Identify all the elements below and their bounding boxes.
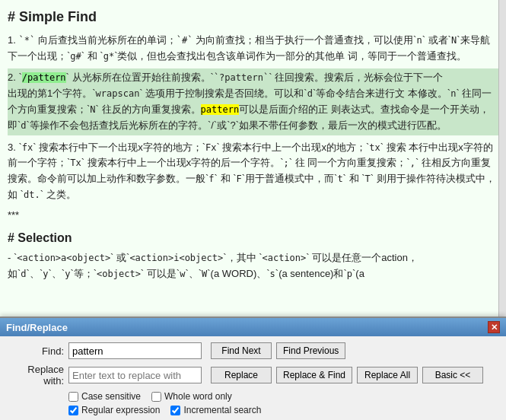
- replace-buttons: Replace Replace & Find Replace All Basic…: [211, 367, 483, 383]
- heading2: # Selection: [8, 228, 498, 248]
- find-replace-dialog: Find/Replace ✕ Find: Find Next Find Prev…: [0, 317, 506, 420]
- find-previous-button[interactable]: Find Previous: [276, 342, 345, 359]
- replace-row: Replace with: Replace Replace & Find Rep…: [8, 364, 498, 387]
- paragraph1: 1. `*` 向后查找当前光标所在的单词；`#` 为向前查找；相当于执行一个普通…: [8, 33, 498, 65]
- separator: ***: [8, 208, 498, 224]
- incremental-option[interactable]: Incremental search: [170, 405, 261, 415]
- replace-btn-row1: Replace Replace & Find Replace All Basic…: [211, 367, 483, 383]
- find-btn-row1: Find Next Find Previous: [211, 342, 345, 359]
- regex-option[interactable]: Regular expression: [68, 405, 160, 415]
- dialog-titlebar: Find/Replace ✕: [0, 318, 506, 336]
- whole-word-checkbox[interactable]: [151, 392, 161, 402]
- paragraph4: - `<action>a<object>` 或`<action>i<object…: [8, 250, 498, 282]
- basic-button[interactable]: Basic <<: [422, 367, 483, 383]
- regex-label: Regular expression: [81, 405, 160, 415]
- heading1: # Simple Find: [8, 6, 498, 28]
- replace-button[interactable]: Replace: [211, 367, 272, 383]
- scrollbar[interactable]: [498, 0, 506, 320]
- case-sensitive-checkbox[interactable]: [68, 392, 78, 402]
- options-row2: Regular expression Incremental search: [68, 405, 498, 415]
- find-buttons: Find Next Find Previous: [211, 342, 345, 359]
- case-sensitive-label: Case sensitive: [81, 391, 141, 402]
- replace-all-button[interactable]: Replace All: [357, 367, 418, 383]
- dialog-title: Find/Replace: [6, 322, 68, 333]
- paragraph2: 2. `/pattern` 从光标所在位置开始往前搜索。``?pattern``…: [8, 68, 498, 135]
- case-sensitive-option[interactable]: Case sensitive: [68, 391, 141, 402]
- incremental-label: Incremental search: [183, 405, 261, 415]
- replace-label: Replace with:: [8, 364, 68, 387]
- find-label: Find:: [8, 345, 68, 357]
- options-row: Case sensitive Whole word only: [68, 391, 498, 402]
- replace-input[interactable]: [68, 367, 202, 383]
- whole-word-option[interactable]: Whole word only: [151, 391, 232, 402]
- find-row: Find: Find Next Find Previous: [8, 342, 498, 359]
- dialog-body: Find: Find Next Find Previous Replace wi…: [0, 336, 506, 420]
- whole-word-label: Whole word only: [164, 391, 232, 402]
- find-input[interactable]: [68, 342, 202, 359]
- replace-find-button[interactable]: Replace & Find: [276, 367, 352, 383]
- dialog-close-button[interactable]: ✕: [488, 321, 500, 333]
- find-next-button[interactable]: Find Next: [211, 342, 272, 359]
- content-area: # Simple Find 1. `*` 向后查找当前光标所在的单词；`#` 为…: [0, 0, 506, 320]
- paragraph3: 3. `fx` 搜索本行中下一个出现x字符的地方；`Fx` 搜索本行中上一个出现…: [8, 140, 498, 203]
- incremental-checkbox[interactable]: [170, 406, 180, 415]
- regex-checkbox[interactable]: [68, 406, 78, 415]
